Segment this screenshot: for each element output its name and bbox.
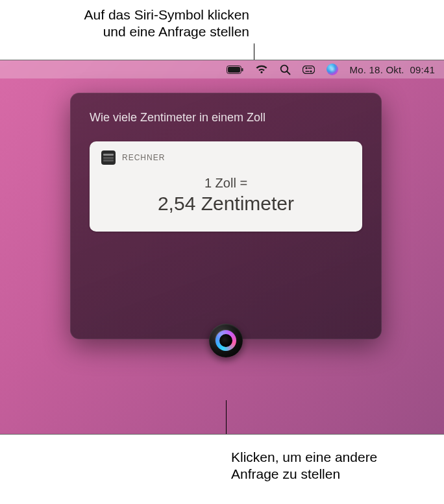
desktop: Mo. 18. Okt. 09:41 Wie viele Zentimeter … [0,60,444,435]
siri-orb-button[interactable] [209,324,243,357]
siri-query: Wie viele Zentimeter in einem Zoll [90,111,362,125]
card-header: RECHNER [101,150,351,165]
siri-answer-card[interactable]: RECHNER 1 Zoll = 2,54 Zentimeter [90,141,362,232]
callout-top-line2: und eine Anfrage stellen [103,24,249,39]
callout-top-line1: Auf das Siri-Symbol klicken [84,7,249,22]
svg-point-6 [305,67,307,69]
control-center-icon[interactable] [302,66,315,74]
siri-menu-icon[interactable] [327,64,338,75]
siri-orb-icon [216,330,236,351]
svg-line-4 [287,71,290,75]
card-source-label: RECHNER [122,153,165,162]
menubar-date[interactable]: Mo. 18. Okt. 09:41 [350,64,435,75]
conversion-result: 2,54 Zentimeter [101,193,351,215]
battery-icon[interactable] [227,66,243,74]
spotlight-icon[interactable] [280,64,291,75]
svg-rect-2 [241,68,243,71]
svg-point-8 [310,70,312,72]
callout-top: Auf das Siri-Symbol klicken und eine Anf… [0,6,249,40]
callout-bottom: Klicken, um eine andere Anfrage zu stell… [231,449,438,483]
calculator-icon [101,150,116,165]
svg-rect-5 [302,66,314,73]
siri-panel: Wie viele Zentimeter in einem Zoll RECHN… [70,93,382,339]
callout-bottom-line1: Klicken, um eine andere [231,450,377,464]
conversion-formula: 1 Zoll = [101,176,351,190]
callout-bottom-leader [226,400,227,435]
wifi-icon[interactable] [255,65,268,74]
menu-bar: Mo. 18. Okt. 09:41 [0,60,444,78]
callout-bottom-line2: Anfrage zu stellen [231,466,340,481]
callout-top-leader [254,43,254,60]
svg-rect-1 [228,67,240,73]
